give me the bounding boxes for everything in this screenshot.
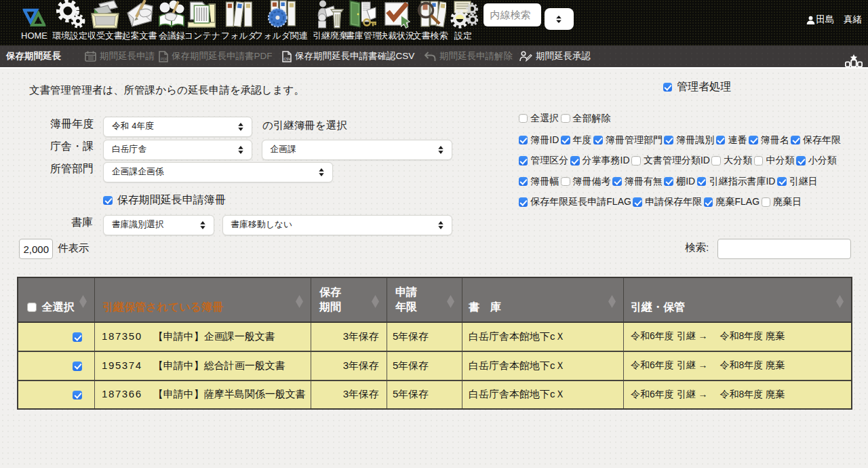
svg-text:PDF: PDF [161, 56, 167, 60]
svg-text:CSV: CSV [283, 56, 291, 60]
